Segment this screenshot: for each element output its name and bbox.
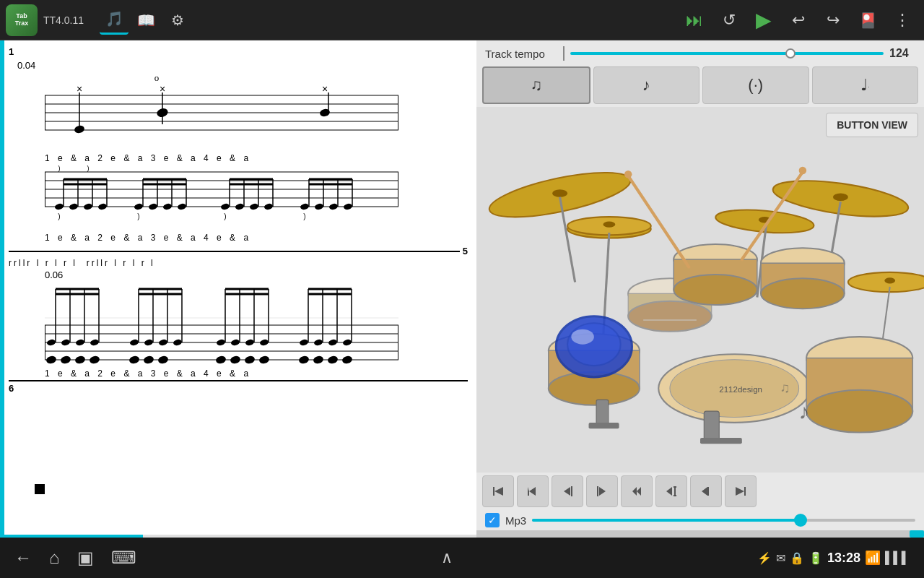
nav-chevron-up[interactable]: ∧ — [441, 548, 453, 567]
mp3-checkbox[interactable]: ✓ — [485, 513, 500, 527]
sticking-row: rrllr l r l r l rrllr l r l r l — [9, 258, 468, 268]
next-bar-fast-button[interactable] — [621, 475, 653, 507]
home-button[interactable]: ⌂ — [49, 548, 60, 568]
svg-point-102 — [230, 339, 240, 347]
svg-text:): ) — [137, 212, 139, 220]
svg-marker-197 — [637, 487, 641, 496]
svg-marker-205 — [744, 487, 746, 496]
more-button[interactable]: ⋮ — [888, 6, 917, 35]
svg-point-41 — [162, 203, 173, 211]
replay-button[interactable]: ↺ — [715, 6, 744, 35]
staff-svg-6 — [45, 282, 398, 368]
mp3-row: ✓ Mp3 — [476, 510, 924, 530]
prev-bar-button[interactable] — [517, 475, 549, 507]
svg-point-132 — [327, 355, 339, 364]
mp3-volume-slider[interactable] — [532, 513, 915, 527]
svg-marker-185 — [493, 487, 494, 496]
tempo-row: Track tempo 124 — [476, 40, 924, 64]
keyboard-button[interactable]: ⌨ — [111, 548, 136, 568]
library-tab[interactable]: 📖 — [131, 6, 160, 35]
svg-marker-186 — [494, 487, 503, 496]
right-panel: Track tempo 124 ♫ ♪ (·) ♩. — [476, 40, 924, 538]
notation-row: ♫ ♪ (·) ♩. — [476, 64, 924, 107]
save-button[interactable]: 🎴 — [853, 6, 882, 35]
svg-point-130 — [298, 355, 310, 364]
bottom-nav-bar: ← ⌂ ▣ ⌨ ∧ ⚡ ✉ 🔒 🔋 13:28 📶 ▌▌▌ — [0, 538, 924, 578]
next-beat-button[interactable] — [586, 475, 618, 507]
svg-marker-203 — [707, 487, 709, 496]
svg-point-121 — [74, 355, 86, 364]
play-step-button[interactable]: ⏭ — [680, 6, 709, 35]
time-display: 13:28 — [827, 551, 860, 566]
svg-point-51 — [249, 203, 259, 211]
ghost-note-button[interactable]: (·) — [702, 66, 809, 104]
button-view-button[interactable]: BUTTON VIEW — [826, 113, 918, 137]
skip-end-button[interactable] — [725, 475, 757, 507]
note-pair-button[interactable]: ♫ — [482, 66, 590, 104]
drum-kit-svg: 2112design ♪ ♫ — [476, 107, 924, 473]
svg-point-57 — [300, 203, 310, 211]
prev-beat-button[interactable] — [552, 475, 583, 507]
nav-left: ← ⌂ ▣ ⌨ — [14, 548, 136, 568]
tempo-slider-container[interactable] — [570, 46, 884, 61]
svg-point-131 — [313, 355, 324, 364]
svg-text:): ) — [87, 165, 90, 172]
bottom-scrollbar-thumb[interactable] — [910, 530, 924, 538]
svg-point-124 — [143, 355, 154, 364]
svg-text:♫: ♫ — [780, 380, 790, 395]
tempo-slider-track[interactable] — [570, 52, 884, 55]
undo-button[interactable]: ↩ — [784, 6, 813, 35]
svg-point-120 — [60, 355, 71, 364]
svg-point-125 — [157, 355, 169, 364]
svg-text:): ) — [303, 212, 305, 220]
svg-point-96 — [173, 339, 183, 347]
svg-point-174 — [806, 390, 912, 433]
next-section-button[interactable] — [655, 475, 687, 507]
play-button[interactable]: ▶ — [749, 6, 778, 35]
music-tab[interactable]: 🎵 — [100, 6, 128, 35]
svg-point-123 — [128, 355, 140, 364]
svg-point-127 — [230, 355, 241, 364]
back-button[interactable]: ← — [14, 548, 32, 568]
svg-point-136 — [552, 189, 567, 197]
svg-point-165 — [674, 275, 757, 305]
sheet-content: 1 0.04 o — [0, 40, 476, 400]
svg-marker-202 — [702, 487, 707, 496]
svg-marker-192 — [599, 487, 606, 496]
dynamic-mark-1: 0.04 — [17, 60, 35, 71]
svg-point-31 — [97, 203, 108, 211]
mp3-label: Mp3 — [505, 514, 526, 527]
svg-marker-188 — [564, 487, 570, 496]
skip-start-button[interactable] — [482, 475, 514, 507]
svg-marker-198 — [666, 487, 672, 496]
svg-point-114 — [328, 339, 338, 347]
settings-tab[interactable]: ⚙ — [163, 6, 192, 35]
section-5-header: 5 — [9, 246, 468, 256]
svg-point-129 — [258, 355, 270, 364]
tempo-slider-thumb[interactable] — [785, 48, 796, 59]
svg-text:♪: ♪ — [799, 400, 810, 423]
svg-point-37 — [134, 203, 144, 211]
svg-marker-196 — [632, 487, 637, 496]
dynamic-mark-6: 0.06 — [45, 269, 468, 280]
mp3-slider-thumb[interactable] — [794, 514, 807, 527]
topbar: TabTrax TT4.0.11 🎵 📖 ⚙ ⏭ ↺ ▶ ↩ ↪ 🎴 ⋮ — [0, 0, 924, 40]
battery-icon: 🔋 — [808, 551, 823, 565]
bottom-scrollbar[interactable] — [476, 530, 924, 538]
section-6-header — [9, 380, 468, 381]
dotted-note-button[interactable]: ♩. — [812, 66, 919, 104]
recent-apps-button[interactable]: ▣ — [77, 548, 94, 568]
wifi-icon: 📶 — [865, 550, 881, 566]
eighth-note-button[interactable]: ♪ — [593, 66, 700, 104]
svg-point-128 — [244, 355, 256, 364]
tempo-value: 124 — [889, 47, 915, 60]
redo-button[interactable]: ↪ — [819, 6, 847, 35]
sheet-music-panel: 1 0.04 o — [0, 40, 476, 538]
staff-svg-1: o × × × — [45, 74, 398, 153]
mp3-slider-track[interactable] — [532, 519, 915, 522]
svg-point-168 — [761, 278, 845, 309]
lock-icon: 🔒 — [790, 551, 804, 565]
svg-point-53 — [263, 203, 274, 211]
next-bar-button[interactable] — [690, 475, 722, 507]
svg-point-59 — [314, 203, 324, 211]
